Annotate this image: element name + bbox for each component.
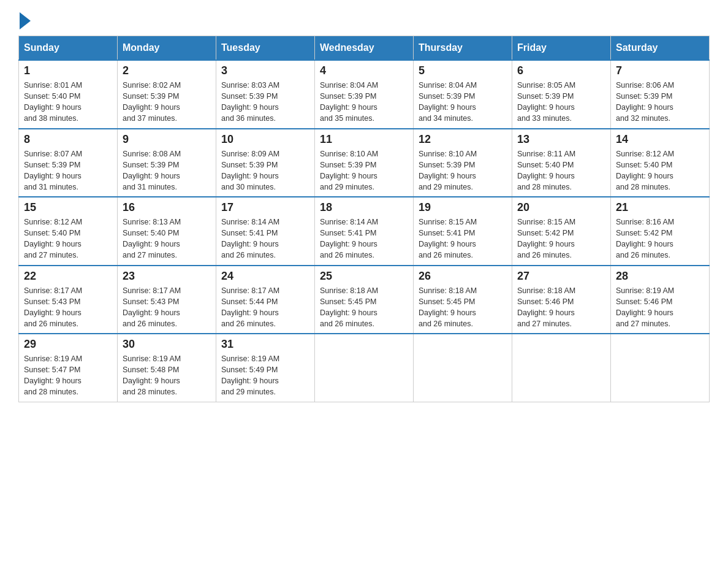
calendar-cell: 27 Sunrise: 8:18 AM Sunset: 5:46 PM Dayl… — [512, 266, 611, 334]
column-header-tuesday: Tuesday — [216, 36, 315, 61]
calendar-cell: 14 Sunrise: 8:12 AM Sunset: 5:40 PM Dayl… — [611, 129, 710, 197]
day-info: Sunrise: 8:02 AM Sunset: 5:39 PM Dayligh… — [123, 80, 211, 124]
calendar-cell: 19 Sunrise: 8:15 AM Sunset: 5:41 PM Dayl… — [414, 197, 512, 266]
day-number: 24 — [221, 270, 309, 283]
calendar-cell: 6 Sunrise: 8:05 AM Sunset: 5:39 PM Dayli… — [512, 60, 611, 129]
calendar-cell: 29 Sunrise: 8:19 AM Sunset: 5:47 PM Dayl… — [19, 334, 118, 402]
calendar-cell: 24 Sunrise: 8:17 AM Sunset: 5:44 PM Dayl… — [216, 266, 315, 334]
calendar-cell: 4 Sunrise: 8:04 AM Sunset: 5:39 PM Dayli… — [315, 60, 414, 129]
column-header-monday: Monday — [118, 36, 216, 61]
day-number: 4 — [320, 64, 408, 77]
calendar-cell: 3 Sunrise: 8:03 AM Sunset: 5:39 PM Dayli… — [216, 60, 315, 129]
calendar-cell: 26 Sunrise: 8:18 AM Sunset: 5:45 PM Dayl… — [414, 266, 512, 334]
calendar-table: SundayMondayTuesdayWednesdayThursdayFrid… — [18, 36, 710, 402]
calendar-cell: 1 Sunrise: 8:01 AM Sunset: 5:40 PM Dayli… — [19, 60, 118, 129]
day-info: Sunrise: 8:16 AM Sunset: 5:42 PM Dayligh… — [616, 216, 704, 261]
logo — [18, 12, 31, 29]
day-number: 30 — [123, 338, 211, 351]
day-info: Sunrise: 8:03 AM Sunset: 5:39 PM Dayligh… — [221, 80, 309, 124]
week-row-3: 15 Sunrise: 8:12 AM Sunset: 5:40 PM Dayl… — [19, 197, 710, 266]
day-info: Sunrise: 8:17 AM Sunset: 5:44 PM Dayligh… — [221, 285, 309, 330]
day-number: 3 — [221, 64, 309, 77]
day-number: 6 — [517, 64, 605, 77]
calendar-cell: 2 Sunrise: 8:02 AM Sunset: 5:39 PM Dayli… — [118, 60, 216, 129]
day-number: 11 — [320, 133, 408, 146]
day-number: 8 — [24, 133, 112, 146]
day-number: 2 — [123, 64, 211, 77]
day-number: 17 — [221, 201, 309, 214]
calendar-cell: 30 Sunrise: 8:19 AM Sunset: 5:48 PM Dayl… — [118, 334, 216, 402]
calendar-cell: 18 Sunrise: 8:14 AM Sunset: 5:41 PM Dayl… — [315, 197, 414, 266]
day-number: 14 — [616, 133, 704, 146]
day-number: 19 — [419, 201, 507, 214]
calendar-cell: 21 Sunrise: 8:16 AM Sunset: 5:42 PM Dayl… — [611, 197, 710, 266]
day-number: 10 — [221, 133, 309, 146]
calendar-cell: 17 Sunrise: 8:14 AM Sunset: 5:41 PM Dayl… — [216, 197, 315, 266]
calendar-cell: 9 Sunrise: 8:08 AM Sunset: 5:39 PM Dayli… — [118, 129, 216, 197]
page-header — [18, 12, 710, 29]
day-info: Sunrise: 8:19 AM Sunset: 5:49 PM Dayligh… — [221, 353, 309, 398]
column-header-saturday: Saturday — [611, 36, 710, 61]
calendar-cell: 31 Sunrise: 8:19 AM Sunset: 5:49 PM Dayl… — [216, 334, 315, 402]
calendar-cell: 11 Sunrise: 8:10 AM Sunset: 5:39 PM Dayl… — [315, 129, 414, 197]
calendar-cell: 20 Sunrise: 8:15 AM Sunset: 5:42 PM Dayl… — [512, 197, 611, 266]
day-number: 20 — [517, 201, 605, 214]
day-number: 9 — [123, 133, 211, 146]
column-header-wednesday: Wednesday — [315, 36, 414, 61]
day-info: Sunrise: 8:12 AM Sunset: 5:40 PM Dayligh… — [24, 216, 112, 261]
day-number: 7 — [616, 64, 704, 77]
week-row-4: 22 Sunrise: 8:17 AM Sunset: 5:43 PM Dayl… — [19, 266, 710, 334]
day-info: Sunrise: 8:15 AM Sunset: 5:42 PM Dayligh… — [517, 216, 605, 261]
day-info: Sunrise: 8:09 AM Sunset: 5:39 PM Dayligh… — [221, 148, 309, 193]
day-info: Sunrise: 8:07 AM Sunset: 5:39 PM Dayligh… — [24, 148, 112, 193]
day-info: Sunrise: 8:14 AM Sunset: 5:41 PM Dayligh… — [320, 216, 408, 261]
calendar-cell — [611, 334, 710, 402]
calendar-cell: 5 Sunrise: 8:04 AM Sunset: 5:39 PM Dayli… — [414, 60, 512, 129]
day-number: 12 — [419, 133, 507, 146]
day-info: Sunrise: 8:19 AM Sunset: 5:47 PM Dayligh… — [24, 353, 112, 398]
day-info: Sunrise: 8:10 AM Sunset: 5:39 PM Dayligh… — [419, 148, 507, 193]
calendar-cell: 10 Sunrise: 8:09 AM Sunset: 5:39 PM Dayl… — [216, 129, 315, 197]
day-info: Sunrise: 8:01 AM Sunset: 5:40 PM Dayligh… — [24, 80, 112, 124]
day-info: Sunrise: 8:18 AM Sunset: 5:46 PM Dayligh… — [517, 285, 605, 330]
day-number: 28 — [616, 270, 704, 283]
calendar-cell: 25 Sunrise: 8:18 AM Sunset: 5:45 PM Dayl… — [315, 266, 414, 334]
calendar-cell: 28 Sunrise: 8:19 AM Sunset: 5:46 PM Dayl… — [611, 266, 710, 334]
column-header-thursday: Thursday — [414, 36, 512, 61]
day-info: Sunrise: 8:18 AM Sunset: 5:45 PM Dayligh… — [419, 285, 507, 330]
day-info: Sunrise: 8:19 AM Sunset: 5:46 PM Dayligh… — [616, 285, 704, 330]
day-number: 25 — [320, 270, 408, 283]
day-number: 26 — [419, 270, 507, 283]
day-number: 16 — [123, 201, 211, 214]
day-info: Sunrise: 8:15 AM Sunset: 5:41 PM Dayligh… — [419, 216, 507, 261]
day-number: 29 — [24, 338, 112, 351]
day-number: 15 — [24, 201, 112, 214]
day-info: Sunrise: 8:12 AM Sunset: 5:40 PM Dayligh… — [616, 148, 704, 193]
calendar-cell: 7 Sunrise: 8:06 AM Sunset: 5:39 PM Dayli… — [611, 60, 710, 129]
calendar-cell: 23 Sunrise: 8:17 AM Sunset: 5:43 PM Dayl… — [118, 266, 216, 334]
day-info: Sunrise: 8:19 AM Sunset: 5:48 PM Dayligh… — [123, 353, 211, 398]
day-info: Sunrise: 8:04 AM Sunset: 5:39 PM Dayligh… — [320, 80, 408, 124]
calendar-cell — [512, 334, 611, 402]
day-info: Sunrise: 8:05 AM Sunset: 5:39 PM Dayligh… — [517, 80, 605, 124]
logo-triangle-icon — [20, 12, 31, 29]
column-header-friday: Friday — [512, 36, 611, 61]
column-header-sunday: Sunday — [19, 36, 118, 61]
calendar-cell: 15 Sunrise: 8:12 AM Sunset: 5:40 PM Dayl… — [19, 197, 118, 266]
day-info: Sunrise: 8:08 AM Sunset: 5:39 PM Dayligh… — [123, 148, 211, 193]
calendar-cell: 13 Sunrise: 8:11 AM Sunset: 5:40 PM Dayl… — [512, 129, 611, 197]
day-number: 27 — [517, 270, 605, 283]
day-info: Sunrise: 8:17 AM Sunset: 5:43 PM Dayligh… — [24, 285, 112, 330]
day-number: 22 — [24, 270, 112, 283]
calendar-cell: 22 Sunrise: 8:17 AM Sunset: 5:43 PM Dayl… — [19, 266, 118, 334]
day-number: 5 — [419, 64, 507, 77]
day-number: 13 — [517, 133, 605, 146]
calendar-cell: 8 Sunrise: 8:07 AM Sunset: 5:39 PM Dayli… — [19, 129, 118, 197]
calendar-cell — [315, 334, 414, 402]
svg-marker-0 — [20, 12, 31, 29]
calendar-header-row: SundayMondayTuesdayWednesdayThursdayFrid… — [19, 36, 710, 61]
day-info: Sunrise: 8:13 AM Sunset: 5:40 PM Dayligh… — [123, 216, 211, 261]
week-row-2: 8 Sunrise: 8:07 AM Sunset: 5:39 PM Dayli… — [19, 129, 710, 197]
calendar-cell — [414, 334, 512, 402]
day-info: Sunrise: 8:11 AM Sunset: 5:40 PM Dayligh… — [517, 148, 605, 193]
